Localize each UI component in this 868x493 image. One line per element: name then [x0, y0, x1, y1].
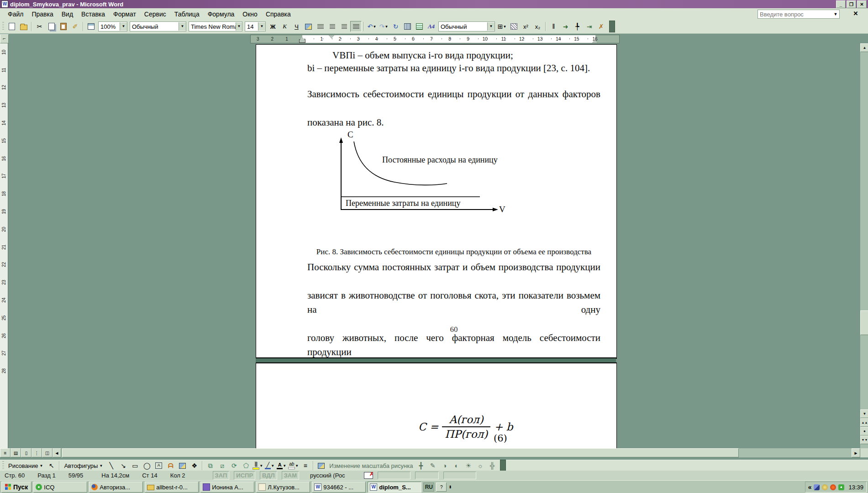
status-flag-toggle[interactable]: ЗАП — [213, 471, 230, 480]
scroll-up-icon[interactable]: ▲ — [860, 43, 868, 52]
first-line-indent-marker[interactable] — [329, 35, 334, 38]
line-button[interactable]: ╲ — [105, 460, 117, 471]
crop-button[interactable]: ╋ — [415, 460, 426, 471]
picture-toolbar-button[interactable] — [316, 460, 327, 471]
align-center-button[interactable] — [326, 21, 338, 32]
new-document-button[interactable] — [6, 21, 17, 32]
rectangle-button[interactable]: ▭ — [129, 460, 141, 471]
tables-and-borders-button[interactable] — [85, 21, 97, 32]
taskbar-button[interactable]: Ионина А... — [200, 482, 254, 493]
anchor-tool-button[interactable]: ╄ — [572, 21, 583, 32]
chevron-down-icon[interactable]: ▼ — [384, 25, 388, 29]
edit-picture-button[interactable]: ✎ — [427, 460, 438, 471]
help-tray-icon[interactable]: ? — [436, 483, 447, 492]
more-contrast-button[interactable]: ◑ — [439, 460, 450, 471]
status-flag-toggle[interactable]: ЗАМ — [282, 471, 299, 480]
toolbar-grip[interactable] — [2, 22, 4, 31]
close-button[interactable]: ✕ — [857, 0, 867, 8]
outline-view-icon[interactable]: ⋮ — [32, 448, 42, 457]
insert-excel-button[interactable] — [414, 21, 425, 32]
shading-button[interactable] — [508, 21, 520, 32]
group-button[interactable]: ⧉ — [205, 460, 216, 471]
menu-item[interactable]: Формат — [109, 9, 140, 19]
align-right-button[interactable] — [338, 21, 350, 32]
menu-item[interactable]: Справка — [262, 9, 295, 19]
web-layout-view-icon[interactable]: ▤ — [11, 448, 21, 457]
chevron-down-icon[interactable]: ▼ — [373, 25, 376, 29]
taskbar-button[interactable]: allbest-r-0... — [145, 482, 199, 493]
zoom-combo[interactable]: 100%▼ — [98, 21, 127, 31]
menu-item[interactable]: Правка — [27, 9, 57, 19]
left-indent-marker[interactable] — [299, 39, 305, 43]
font-combo[interactable]: Times New Roman▼ — [189, 21, 242, 31]
toolbar-options-button[interactable] — [609, 21, 615, 32]
language-indicator[interactable]: RU — [423, 483, 434, 492]
reset-picture-button[interactable]: ╬ — [486, 460, 498, 471]
columns-tool-button[interactable]: ‖ — [548, 21, 559, 32]
insert-diagram-button[interactable]: ❖ — [189, 460, 200, 471]
autoshapes-menu-button[interactable]: Автофигуры▼ — [62, 460, 105, 471]
font-color-button[interactable]: А▼ — [276, 460, 287, 471]
style-combo-2[interactable]: Обычный▼ — [438, 21, 495, 31]
bold-button[interactable]: Ж — [267, 21, 279, 32]
macro-tool-button[interactable]: ✗ — [595, 21, 607, 32]
normal-view-icon[interactable]: ≡ — [0, 448, 11, 457]
insert-picture-button[interactable] — [303, 21, 314, 32]
close-document-icon[interactable]: ✕ — [852, 10, 860, 18]
horizontal-scroll-thumb[interactable] — [62, 448, 739, 457]
insert-clipart-button[interactable] — [177, 460, 188, 471]
toolbar-options-button[interactable] — [500, 460, 506, 472]
minimize-button[interactable]: _ — [836, 0, 846, 8]
style-combo[interactable]: Обычный▼ — [130, 21, 186, 31]
scroll-left-icon[interactable]: ◄ — [53, 448, 61, 457]
cut-button[interactable]: ✂ — [34, 21, 45, 32]
select-browse-object-icon[interactable]: ● — [860, 427, 868, 435]
less-contrast-button[interactable]: ◐ — [451, 460, 462, 471]
menu-item[interactable]: Формула — [204, 9, 239, 19]
ungroup-button[interactable]: ⧄ — [216, 460, 228, 471]
chevron-down-icon[interactable]: ▼ — [120, 22, 127, 31]
refresh-button[interactable]: ↻ — [390, 21, 401, 32]
insert-table-button[interactable] — [402, 21, 413, 32]
reading-view-icon[interactable]: ◫ — [42, 448, 53, 457]
arrow-button[interactable]: ↘ — [117, 460, 129, 471]
menu-item[interactable]: Вставка — [77, 9, 109, 19]
insert-wordart-button[interactable]: ᗩ — [165, 460, 176, 471]
figure-8-chart[interactable]: C V Постоянные расходы на единицу Переме… — [337, 136, 511, 218]
merge-tool-button[interactable]: ⇥ — [584, 21, 595, 32]
chevron-down-icon[interactable]: ▼ — [283, 464, 286, 468]
collapse-tray-icon[interactable]: « — [808, 483, 812, 491]
vertical-scrollbar[interactable]: ▲ ▼ ▲▲ ● ▼▼ — [860, 43, 868, 448]
borders-button[interactable]: ⊞▼ — [496, 21, 508, 32]
menu-item[interactable]: Файл — [4, 9, 27, 19]
superscript-button[interactable]: x² — [520, 21, 531, 32]
fill-color-button[interactable]: 🮙▼ — [252, 460, 263, 471]
chevron-down-icon[interactable]: ▼ — [258, 22, 265, 31]
taskbar-button[interactable]: Авториза... — [89, 482, 143, 493]
chevron-down-icon[interactable]: ▼ — [259, 464, 263, 468]
scroll-right-icon[interactable]: ► — [852, 448, 860, 457]
drawing-menu-button[interactable]: Рисование▼ — [6, 460, 45, 471]
underline-button[interactable]: Ч — [291, 21, 302, 32]
oval-button[interactable]: ◯ — [141, 460, 153, 471]
text-box-button[interactable]: А — [153, 460, 164, 471]
undo-button[interactable]: ↶▼ — [366, 21, 378, 32]
vertical-ruler[interactable]: 10111213141516171819202122232425262728 — [0, 43, 8, 448]
document-page-2[interactable]: C = A(гол) ПР(гол) + b (6) — [256, 362, 617, 450]
next-page-icon[interactable]: ▼▼ — [860, 435, 868, 444]
menu-item[interactable]: Вид — [58, 9, 77, 19]
vertical-scroll-thumb[interactable] — [860, 310, 868, 335]
print-layout-view-icon[interactable]: ▯ — [21, 448, 32, 457]
subscript-button[interactable]: x₂ — [532, 21, 543, 32]
menu-item[interactable]: Сервис — [140, 9, 170, 19]
ask-question-box[interactable]: ▼ — [758, 10, 840, 19]
network-tray-icon[interactable] — [814, 484, 820, 490]
spellcheck-book-icon[interactable] — [364, 472, 373, 479]
tab-selector-button[interactable]: ⌐ — [0, 34, 9, 43]
document-page-1[interactable]: VВПi – объем выпуска i-го вида продукции… — [256, 44, 617, 359]
line-color-button[interactable]: ╱▼ — [264, 460, 275, 471]
chevron-down-icon[interactable]: ▼ — [832, 10, 839, 18]
copy-button[interactable] — [46, 21, 57, 32]
chevron-down-icon[interactable]: ▼ — [503, 25, 506, 29]
status-flag-toggle[interactable]: ИСПР — [234, 471, 255, 480]
